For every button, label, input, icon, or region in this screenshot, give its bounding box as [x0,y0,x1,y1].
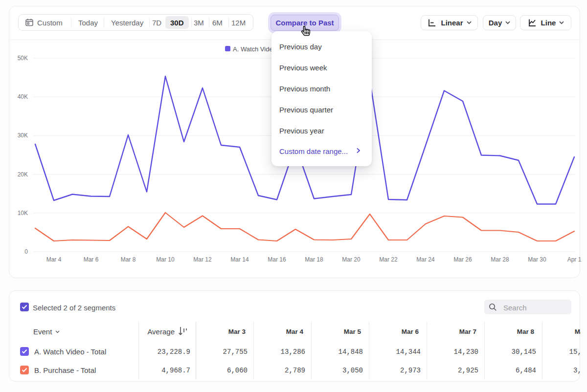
svg-text:Mar 10: Mar 10 [156,256,175,263]
svg-text:Mar 22: Mar 22 [379,256,398,263]
svg-text:30K: 30K [18,132,28,139]
svg-text:40K: 40K [18,93,28,100]
svg-text:Mar 30: Mar 30 [528,256,546,263]
svg-text:Mar 6: Mar 6 [84,256,99,263]
svg-text:Mar 16: Mar 16 [268,256,286,263]
svg-text:Mar 26: Mar 26 [453,256,472,263]
svg-text:10K: 10K [18,210,28,217]
svg-text:Apr 1: Apr 1 [567,256,582,263]
svg-text:Mar 20: Mar 20 [342,256,361,263]
svg-text:Mar 28: Mar 28 [491,256,509,263]
svg-text:Mar 12: Mar 12 [193,256,212,263]
svg-text:0: 0 [24,248,28,255]
svg-text:50K: 50K [18,55,28,62]
svg-text:20K: 20K [18,171,28,178]
svg-text:Mar 8: Mar 8 [121,256,136,263]
svg-text:Mar 24: Mar 24 [416,256,435,263]
svg-text:Mar 14: Mar 14 [230,256,249,263]
svg-text:Mar 4: Mar 4 [46,256,62,263]
svg-text:Mar 18: Mar 18 [305,256,323,263]
